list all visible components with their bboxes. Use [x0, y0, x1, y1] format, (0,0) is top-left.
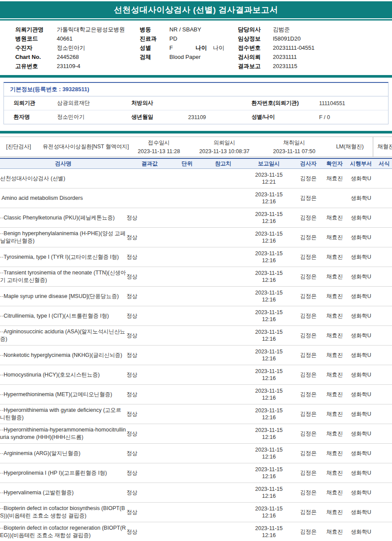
unit-value — [172, 404, 202, 424]
header-field-row: Chart No.2445268 — [15, 52, 140, 62]
result-value: 정상 — [127, 385, 172, 404]
field-label: 병동 — [140, 26, 169, 34]
field-label: 접수번호 — [238, 44, 273, 52]
report-time: 12:16 — [244, 414, 293, 421]
header-field-row: 결과보고20231115 — [238, 62, 392, 71]
report-time: 12:16 — [244, 336, 293, 342]
test-name: ··Tyrosinemia, type I (TYR I)(고타이로신혈증 I형… — [0, 247, 127, 267]
result-value — [127, 169, 172, 188]
results-table: 검사명결과값단위참고치보고일시검사자확인자시행부서서식 선천성대사이상검사 (선… — [0, 158, 392, 541]
report-date: 2023-11-15 — [244, 525, 293, 532]
unit-value — [172, 306, 202, 326]
field-value: 231109 — [188, 114, 251, 120]
reference-value — [202, 483, 244, 503]
header-field-row: 병원코드40661 — [15, 34, 140, 43]
reference-value — [202, 228, 244, 247]
test-name: ··Hyperornithinemia-hyperammonemia-homoc… — [0, 424, 127, 444]
report-date: 2023-11-15 — [244, 329, 293, 336]
confirmer-name: 채효진 — [323, 365, 346, 385]
confirmer-name: 채효진 — [323, 404, 346, 424]
report-date: 2023-11-15 — [244, 407, 293, 414]
department-name: 생화학U — [346, 424, 376, 444]
time-label: 의뢰일시 — [187, 138, 261, 147]
report-date: 2023-11-15 — [244, 289, 293, 296]
unit-value — [172, 346, 202, 365]
test-name: ··Classic Phenylketonuria (PKU)(페닐케톤뇨증) — [0, 208, 127, 228]
column-header: 검사명 — [0, 158, 127, 169]
test-name: ··Hypermethioninemia (MET)(고메티오닌혈증) — [0, 385, 127, 404]
tester-name: 김정은 — [293, 503, 323, 522]
time-value: 2023-11-11 07:50 — [261, 147, 327, 156]
reference-value — [202, 169, 244, 188]
unit-value — [172, 444, 202, 463]
report-datetime: 2023-11-1512:16 — [244, 267, 293, 287]
report-page: 선천성대사이상검사 (선별) 검사결과보고서 의뢰기관명가톨릭대학교은평성모병원… — [0, 1, 392, 541]
unit-value — [172, 247, 202, 267]
reference-value — [202, 365, 244, 385]
report-time: 12:16 — [244, 296, 293, 303]
result-row: 선천성대사이상검사 (선별)2023-11-1512:21김정은채효진생화학U — [0, 169, 392, 188]
test-name: ··Maple syrup urine disease [MSUD](단풍당뇨증… — [0, 287, 127, 306]
result-row: ··Transient tyrosinemia of the neonate (… — [0, 267, 392, 287]
result-row: ··Citrullinemia, type I (CIT)(시트룰린혈증 I형)… — [0, 306, 392, 326]
tester-name: 김정은 — [293, 404, 323, 424]
field-label: 처방의사 — [131, 99, 188, 107]
section-divider — [0, 75, 392, 78]
field-value: F — [169, 45, 196, 51]
field-value: F / 0 — [319, 114, 388, 120]
report-time: 12:16 — [244, 237, 293, 244]
result-row: ··Homocystinuria (HCY)(호모시스틴뇨증)정상2023-11… — [0, 365, 392, 385]
reference-value — [202, 247, 244, 267]
diagnosis-strip: [진단검사] 유전성대사이상질환[NST 혈액여지] 접수일시2023-11-1… — [0, 137, 392, 157]
result-value: 정상 — [127, 287, 172, 306]
header-field-row: 성별F나이나이 — [140, 43, 238, 52]
field-value: 삼광의료재단 — [57, 99, 131, 107]
report-date: 2023-11-15 — [244, 486, 293, 493]
unit-value — [172, 503, 202, 522]
report-time: 12:16 — [244, 532, 293, 539]
result-value: 정상 — [127, 404, 172, 424]
field-value: NR / SBABY — [169, 26, 201, 33]
collector-label: LM(채혈진) — [327, 143, 373, 151]
report-datetime: 2023-11-1512:16 — [244, 228, 293, 247]
test-name: ··Citrullinemia, type I (CIT)(시트룰린혈증 I형) — [0, 306, 127, 326]
report-datetime: 2023-11-1512:21 — [244, 169, 293, 188]
form-value — [376, 404, 392, 424]
report-time: 12:16 — [244, 218, 293, 225]
department-name: 생화학U — [346, 503, 376, 522]
form-value — [376, 228, 392, 247]
result-value: 정상 — [127, 522, 172, 541]
report-date: 2023-11-15 — [244, 191, 293, 198]
department-name: 생화학U — [346, 483, 376, 503]
department-name: 생화학U — [346, 346, 376, 365]
header-field-row: 수진자정소민아기 — [15, 43, 140, 52]
confirmer-name — [323, 188, 346, 208]
reference-value — [202, 267, 244, 287]
report-datetime: 2023-11-1512:16 — [244, 326, 293, 346]
confirmer-name: 채효진 — [323, 208, 346, 228]
unit-value — [172, 208, 202, 228]
section-divider — [0, 131, 392, 134]
reference-value — [202, 522, 244, 541]
unit-value — [172, 188, 202, 208]
basic-info-row: 환자명정소민아기생년월일231109성별/나이F / 0 — [4, 110, 388, 124]
result-row: ··Nonketotic hyperglycinemia (NKHG)(글리신뇌… — [0, 346, 392, 365]
result-value: 정상 — [127, 247, 172, 267]
unit-value — [172, 228, 202, 247]
report-time: 12:16 — [244, 473, 293, 480]
confirmer-name: 채효진 — [323, 326, 346, 346]
tester-name: 김정은 — [293, 444, 323, 463]
form-value — [376, 424, 392, 444]
result-value: 정상 — [127, 424, 172, 444]
test-name: 선천성대사이상검사 (선별) — [0, 169, 127, 188]
header-field-row: 의뢰기관명가톨릭대학교은평성모병원 — [15, 25, 140, 34]
tester-name: 김정은 — [293, 365, 323, 385]
diagnosis-time-column: 채취일시2023-11-11 07:50 — [261, 138, 327, 156]
report-date: 2023-11-15 — [244, 270, 293, 277]
result-row: ··Maple syrup urine disease [MSUD](단풍당뇨증… — [0, 287, 392, 306]
tester-name: 김정은 — [293, 346, 323, 365]
department-name: 생화학U — [346, 208, 376, 228]
result-row: ··Argininemia (ARG)(알지닌혈증)정상2023-11-1512… — [0, 444, 392, 463]
form-value — [376, 346, 392, 365]
basic-info-row: 의뢰기관삼광의료재단처방의사환자번호(의뢰기관)111104551 — [4, 96, 388, 110]
